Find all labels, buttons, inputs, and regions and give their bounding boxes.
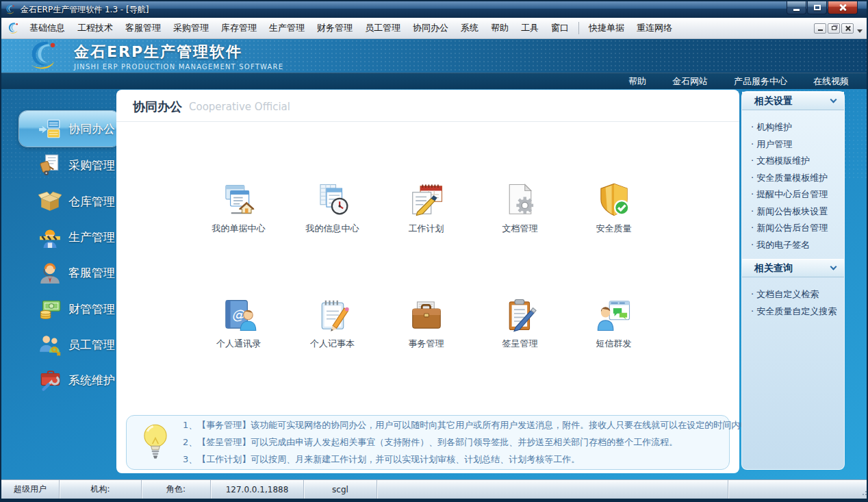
sidebar-item-production[interactable]: 生产管理 <box>1 219 118 255</box>
app-work-plan[interactable]: 工作计划 <box>379 181 473 235</box>
minimize-button[interactable] <box>787 1 806 14</box>
mdi-restore-button[interactable] <box>828 23 840 34</box>
tip-line-2: 2、【签呈管理】可以完成由申请人发起相关事宜（支持附件）、到各部门领导签批、并抄… <box>183 435 767 450</box>
app-window: 金石ERP生产管理软件 1.3 - [导航] 基础信息 工程技术 客服管理 采购… <box>0 0 868 502</box>
link-org-maintenance[interactable]: 机构维护 <box>751 119 844 136</box>
link-my-signature[interactable]: 我的电子签名 <box>751 237 844 254</box>
app-label: 我的信息中心 <box>306 223 359 235</box>
app-document-management[interactable]: 文档管理 <box>473 181 567 235</box>
menu-item-system[interactable]: 系统 <box>455 18 485 38</box>
menu-item-inventory[interactable]: 库存管理 <box>215 18 263 38</box>
close-icon <box>839 3 847 12</box>
menu-item-tools[interactable]: 工具 <box>515 18 545 38</box>
page-subtitle: Cooperative Official <box>189 101 290 113</box>
header-link-help[interactable]: 帮助 <box>628 75 646 88</box>
brand-title: 金石ERP生产管理软件 <box>74 42 283 62</box>
sign-management-icon <box>502 297 539 334</box>
related-panel: 相关设置 机构维护 用户管理 文档模版维护 安全质量模板维护 提醒中心后台管理 … <box>741 91 845 470</box>
app-sign-management[interactable]: 签呈管理 <box>473 297 567 350</box>
menu-item-engineering[interactable]: 工程技术 <box>71 18 119 38</box>
related-query-list: 文档自定义检索 安全质量自定义搜索 <box>742 286 844 320</box>
tips-box: 1、【事务管理】该功能可实现网络的协同办公，用户可以随时向其它用户或所有用户发送… <box>126 415 730 470</box>
sidebar-item-staff[interactable]: 员工管理 <box>1 327 118 362</box>
status-role-label: 角色: <box>142 480 211 499</box>
main-panel: 协同办公 Cooperative Official <box>116 90 739 473</box>
menu-item-finance[interactable]: 财务管理 <box>311 18 359 38</box>
brand-logo-icon <box>23 40 66 73</box>
menu-separator <box>578 22 579 34</box>
link-safety-template-maintenance[interactable]: 安全质量模板维护 <box>751 170 844 187</box>
link-doc-custom-search[interactable]: 文档自定义检索 <box>751 286 844 303</box>
menu-item-window[interactable]: 窗口 <box>545 18 575 38</box>
mdi-minimize-button[interactable] <box>814 23 826 34</box>
menu-item-reconnect[interactable]: 重连网络 <box>630 18 678 38</box>
mdi-close-button[interactable] <box>841 23 854 34</box>
tip-line-3: 3、【工作计划】可以按周、月来新建工作计划，并可以实现计划审核、计划总结、计划考… <box>183 452 767 467</box>
related-settings-list: 机构维护 用户管理 文档模版维护 安全质量模板维护 提醒中心后台管理 新闻公告板… <box>742 119 844 253</box>
app-affairs-management[interactable]: 事务管理 <box>379 297 473 350</box>
link-reminder-admin[interactable]: 提醒中心后台管理 <box>751 186 844 203</box>
document-management-icon <box>502 181 539 218</box>
menu-bar: 基础信息 工程技术 客服管理 采购管理 库存管理 生产管理 财务管理 员工管理 … <box>1 18 867 39</box>
menu-item-cooperative[interactable]: 协同办公 <box>407 18 455 38</box>
my-info-center-icon <box>314 181 351 218</box>
chevron-down-icon <box>830 264 837 271</box>
sidebar-item-label: 财管管理 <box>68 301 115 317</box>
sidebar-item-cooperative-office[interactable]: 协同办公 <box>19 111 118 147</box>
app-my-documents-center[interactable]: 我的单据中心 <box>192 181 285 235</box>
sidebar-item-label: 生产管理 <box>68 229 115 245</box>
menu-item-production[interactable]: 生产管理 <box>263 18 311 38</box>
menubar-overflow-arrow-icon[interactable] <box>857 29 863 33</box>
app-safety-quality[interactable]: 安全质量 <box>567 181 661 235</box>
resize-grip[interactable] <box>863 494 864 495</box>
menu-item-purchasing[interactable]: 采购管理 <box>167 18 215 38</box>
sms-broadcast-icon <box>596 297 633 334</box>
link-user-management[interactable]: 用户管理 <box>751 136 844 153</box>
work-plan-icon <box>408 181 445 218</box>
link-news-board-settings[interactable]: 新闻公告板块设置 <box>751 203 844 221</box>
app-sms-broadcast[interactable]: 短信群发 <box>567 297 661 350</box>
header-link-website[interactable]: 金石网站 <box>672 75 708 88</box>
sidebar-item-finance[interactable]: 财管管理 <box>1 291 118 327</box>
customer-service-icon <box>38 261 62 284</box>
close-button[interactable] <box>828 1 858 14</box>
link-doc-template-maintenance[interactable]: 文档模版维护 <box>751 153 844 170</box>
app-personal-notepad[interactable]: 个人记事本 <box>285 297 379 350</box>
warehouse-icon <box>38 190 62 213</box>
menu-item-basic-info[interactable]: 基础信息 <box>23 18 71 38</box>
affairs-management-icon <box>408 297 445 334</box>
app-label: 个人记事本 <box>310 338 355 350</box>
app-grid: 我的单据中心 我的信息中心 <box>192 181 661 350</box>
mdi-minimize-icon <box>818 29 823 31</box>
app-personal-contacts[interactable]: @ 个人通讯录 <box>192 297 285 350</box>
personal-notepad-icon <box>314 297 351 334</box>
menu-item-customer-service[interactable]: 客服管理 <box>119 18 167 38</box>
finance-icon <box>38 297 62 321</box>
sidebar-item-warehouse[interactable]: 仓库管理 <box>1 184 118 219</box>
cooperative-office-icon <box>38 117 62 140</box>
link-news-admin[interactable]: 新闻公告后台管理 <box>751 220 844 237</box>
system-maintenance-icon <box>38 368 62 392</box>
header-link-online-video[interactable]: 在线视频 <box>813 75 849 88</box>
related-settings-header[interactable]: 相关设置 <box>742 92 844 110</box>
app-label: 短信群发 <box>596 338 632 350</box>
tip-line-1: 1、【事务管理】该功能可实现网络的协同办公，用户可以随时向其它用户或所有用户发送… <box>183 418 767 433</box>
menu-item-quick-docs[interactable]: 快捷单据 <box>583 18 630 38</box>
menu-item-staff[interactable]: 员工管理 <box>359 18 407 38</box>
related-query-header[interactable]: 相关查询 <box>742 259 844 277</box>
sidebar-item-label: 采购管理 <box>68 158 115 173</box>
app-label: 个人通讯录 <box>216 338 261 350</box>
sidebar-item-system-maintenance[interactable]: 系统维护 <box>1 362 118 398</box>
app-logo-icon <box>5 4 16 15</box>
lightbulb-icon <box>138 422 173 463</box>
maximize-button[interactable] <box>807 1 827 14</box>
app-my-info-center[interactable]: 我的信息中心 <box>285 181 379 235</box>
sidebar-item-purchasing[interactable]: 采购管理 <box>1 147 118 183</box>
app-label: 工作计划 <box>409 223 444 235</box>
link-safety-custom-search[interactable]: 安全质量自定义搜索 <box>751 303 844 321</box>
menu-item-help[interactable]: 帮助 <box>485 18 515 38</box>
header-link-service-center[interactable]: 产品服务中心 <box>734 75 787 88</box>
sidebar-item-customer-service[interactable]: 客服管理 <box>1 255 118 290</box>
header-banner: 金石ERP生产管理软件 JINSHI ERP PRODUCTION MANAGE… <box>1 39 867 73</box>
mdi-close-icon <box>845 25 850 31</box>
